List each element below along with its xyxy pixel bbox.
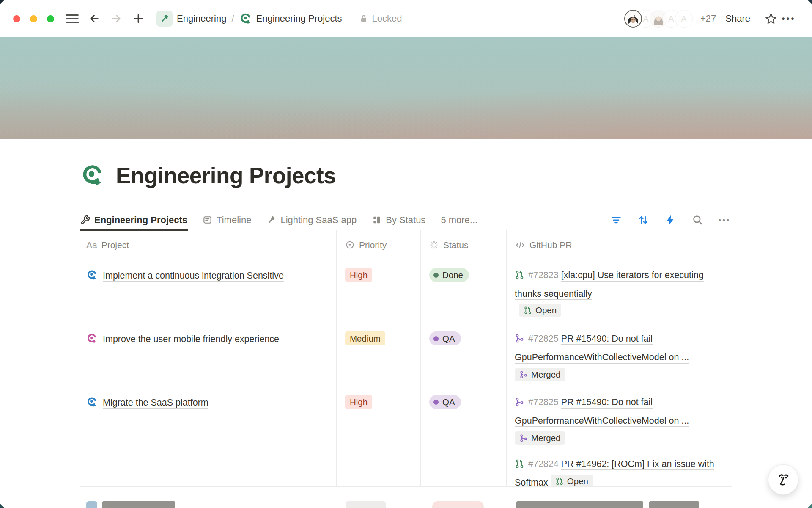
project-cell[interactable]: Improve the user mobile friendly experie… bbox=[80, 323, 336, 387]
priority-badge-fragment bbox=[346, 501, 386, 508]
avatar-image bbox=[625, 10, 641, 27]
avatar-stack[interactable]: A A A bbox=[624, 10, 693, 28]
breadcrumb-root-label[interactable]: Engineering bbox=[177, 13, 226, 24]
avatar[interactable] bbox=[624, 10, 642, 28]
pull-request-icon bbox=[515, 459, 524, 469]
table-row: Implement a continuous integration Sensi… bbox=[80, 260, 732, 323]
project-link[interactable]: Improve the user mobile friendly experie… bbox=[103, 334, 279, 344]
tab-more-views[interactable]: 5 more... bbox=[441, 210, 477, 230]
github-pr-cell[interactable]: #72825PR #15490: Do not fail GpuPerforma… bbox=[506, 387, 732, 486]
topbar-more-button[interactable]: ••• bbox=[780, 10, 798, 28]
project-link[interactable]: Migrate the SaaS platform bbox=[103, 398, 208, 408]
column-label: Project bbox=[102, 240, 129, 250]
priority-cell[interactable]: High bbox=[336, 387, 420, 486]
hammer-icon bbox=[159, 14, 170, 24]
cover-image[interactable] bbox=[0, 37, 812, 139]
notion-ai-button[interactable] bbox=[768, 464, 798, 495]
chart-icon bbox=[372, 215, 381, 225]
tab-by-status[interactable]: By Status bbox=[372, 210, 425, 230]
zoom-button[interactable] bbox=[47, 15, 54, 22]
pr-state-badge[interactable]: Open bbox=[551, 475, 593, 486]
back-button[interactable] bbox=[86, 11, 102, 27]
tab-timeline[interactable]: Timeline bbox=[203, 210, 251, 230]
avatar-overflow-count[interactable]: +27 bbox=[700, 13, 716, 24]
cycle-icon bbox=[239, 12, 252, 25]
column-project[interactable]: Aa Project bbox=[80, 230, 336, 260]
status-badge: QA bbox=[429, 331, 461, 345]
status-dot bbox=[433, 336, 439, 341]
priority-badge: Medium bbox=[345, 331, 385, 345]
filter-icon bbox=[610, 214, 622, 226]
window-controls bbox=[13, 15, 54, 22]
sort-button[interactable] bbox=[636, 213, 650, 227]
notion-window: Engineering / Engineering Projects Locke… bbox=[0, 0, 812, 508]
column-priority[interactable]: Priority bbox=[336, 230, 420, 260]
automation-button[interactable] bbox=[663, 213, 678, 227]
pull-request-icon bbox=[524, 306, 532, 315]
view-tabs: Engineering Projects Timeline Lighting S… bbox=[80, 210, 732, 230]
pull-request-icon bbox=[515, 270, 524, 280]
minimize-button[interactable] bbox=[30, 15, 37, 22]
avatar[interactable]: A bbox=[675, 10, 693, 28]
breadcrumb-root-item[interactable] bbox=[156, 11, 173, 27]
tab-label: Engineering Projects bbox=[94, 215, 187, 226]
share-button[interactable]: Share bbox=[725, 13, 750, 24]
favorite-button[interactable] bbox=[762, 10, 780, 28]
partial-table-row bbox=[80, 487, 732, 508]
filter-button[interactable] bbox=[609, 213, 623, 227]
tab-label: Lighting SaaS app bbox=[280, 215, 357, 226]
tab-engineering-projects[interactable]: Engineering Projects bbox=[80, 210, 187, 230]
project-cell[interactable]: Implement a continuous integration Sensi… bbox=[80, 260, 336, 323]
locked-label: Locked bbox=[372, 13, 402, 24]
pr-text-fragment bbox=[516, 501, 643, 508]
git-merge-icon bbox=[519, 434, 528, 442]
view-options-button[interactable]: ••• bbox=[717, 213, 732, 227]
github-pr-cell[interactable]: #72823[xla:cpu] Use iterators for execut… bbox=[506, 260, 732, 323]
column-label: Priority bbox=[359, 240, 387, 250]
forward-icon bbox=[110, 13, 122, 25]
pull-request-icon bbox=[555, 477, 564, 486]
github-pr-cell[interactable]: #72825PR #15490: Do not fail GpuPerforma… bbox=[506, 323, 732, 387]
topbar: Engineering / Engineering Projects Locke… bbox=[0, 0, 812, 37]
git-merge-icon bbox=[515, 397, 524, 407]
priority-cell[interactable]: High bbox=[336, 260, 420, 323]
search-icon bbox=[692, 214, 703, 226]
search-button[interactable] bbox=[690, 213, 705, 227]
table-row: Migrate the SaaS platform High QA #72825… bbox=[80, 387, 732, 487]
priority-cell[interactable]: Medium bbox=[336, 323, 420, 387]
page-title[interactable]: Engineering Projects bbox=[116, 163, 336, 188]
text-icon: Aa bbox=[86, 240, 97, 250]
page-icon cycle-icon[interactable] bbox=[80, 163, 105, 188]
tab-lighting-saas-app[interactable]: Lighting SaaS app bbox=[266, 210, 357, 230]
column-github-pr[interactable]: GitHub PR bbox=[506, 230, 732, 260]
status-cell[interactable]: QA bbox=[420, 323, 506, 387]
new-tab-button[interactable] bbox=[130, 11, 146, 27]
sidebar-toggle-button[interactable] bbox=[64, 11, 80, 27]
tab-label: By Status bbox=[386, 215, 425, 226]
status-badge: Done bbox=[429, 268, 469, 282]
cycle-icon bbox=[86, 333, 98, 344]
status-dot bbox=[433, 400, 439, 405]
status-cell[interactable]: QA bbox=[420, 387, 506, 486]
project-link[interactable]: Implement a continuous integration Sensi… bbox=[103, 271, 284, 281]
spinner-icon bbox=[429, 240, 439, 250]
locked-indicator[interactable]: Locked bbox=[359, 13, 402, 24]
pr-number: #72825 bbox=[528, 397, 559, 407]
pr-state-badge[interactable]: Open bbox=[519, 304, 561, 317]
close-button[interactable] bbox=[13, 15, 20, 22]
lightning-icon bbox=[664, 214, 676, 226]
column-status[interactable]: Status bbox=[420, 230, 506, 260]
star-icon bbox=[765, 12, 777, 25]
breadcrumb-page-label[interactable]: Engineering Projects bbox=[256, 13, 342, 24]
pr-state-badge[interactable]: Merged bbox=[515, 431, 565, 445]
pr-number: #72824 bbox=[528, 459, 559, 469]
table-row: Improve the user mobile friendly experie… bbox=[80, 323, 732, 387]
status-cell[interactable]: Done bbox=[420, 260, 506, 323]
forward-button[interactable] bbox=[108, 11, 124, 27]
plus-icon bbox=[132, 13, 144, 25]
project-cell[interactable]: Migrate the SaaS platform bbox=[80, 387, 336, 486]
pr-state-badge[interactable]: Merged bbox=[515, 368, 565, 381]
lock-icon bbox=[359, 14, 368, 23]
column-label: GitHub PR bbox=[529, 240, 572, 250]
git-merge-icon bbox=[519, 370, 528, 379]
